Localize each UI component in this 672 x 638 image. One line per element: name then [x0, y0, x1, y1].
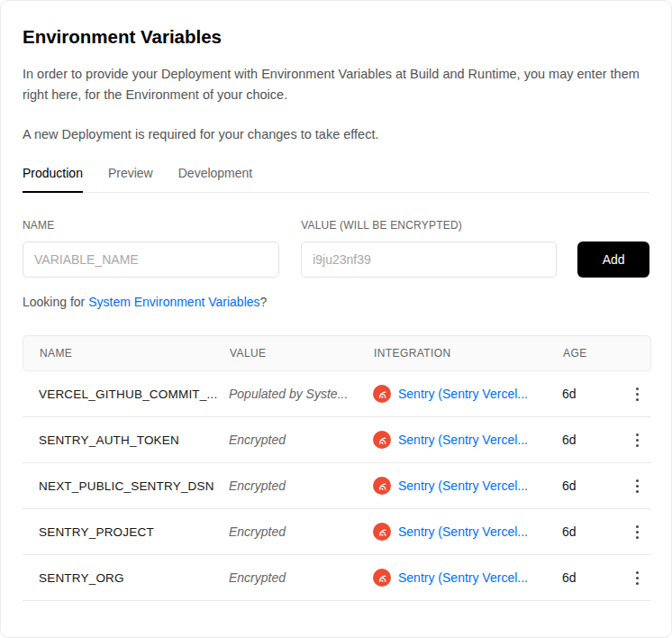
environment-tabs: Production Preview Development — [23, 166, 649, 193]
integration-link[interactable]: Sentry (Sentry Vercel... — [398, 433, 528, 447]
integration-link[interactable]: Sentry (Sentry Vercel... — [398, 387, 528, 401]
column-header-value: VALUE — [230, 347, 374, 360]
kebab-menu-icon[interactable] — [632, 522, 642, 542]
table-header-row: NAME VALUE INTEGRATION AGE — [23, 335, 651, 371]
integration-link[interactable]: Sentry (Sentry Vercel... — [398, 570, 528, 585]
name-field-label: NAME — [23, 219, 279, 232]
env-var-age: 6d — [562, 570, 622, 585]
env-var-name: NEXT_PUBLIC_SENTRY_DSN — [39, 479, 229, 493]
env-var-name: VERCEL_GITHUB_COMMIT_... — [39, 387, 229, 401]
env-var-name: SENTRY_PROJECT — [39, 525, 229, 539]
env-var-value: Encrypted — [229, 433, 373, 447]
description-text: In order to provide your Deployment with… — [23, 64, 649, 105]
env-var-value: Encrypted — [229, 478, 373, 493]
value-field-label: VALUE (WILL BE ENCRYPTED) — [301, 219, 557, 232]
variable-value-input[interactable] — [301, 242, 557, 278]
sentry-logo-icon — [373, 569, 391, 587]
environment-variables-panel: Environment Variables In order to provid… — [0, 0, 672, 638]
add-variable-form: NAME VALUE (WILL BE ENCRYPTED) Add — [23, 219, 649, 278]
env-variables-table: NAME VALUE INTEGRATION AGE VERCEL_GITHUB… — [23, 335, 651, 601]
sentry-logo-icon — [373, 523, 391, 541]
redeploy-note: A new Deployment is required for your ch… — [23, 124, 649, 145]
add-button[interactable]: Add — [577, 242, 649, 278]
integration-link[interactable]: Sentry (Sentry Vercel... — [398, 478, 528, 493]
sentry-logo-icon — [373, 477, 391, 495]
env-var-value: Encrypted — [229, 524, 373, 539]
tab-production[interactable]: Production — [23, 166, 83, 193]
column-header-integration: INTEGRATION — [374, 347, 563, 360]
env-var-name: SENTRY_ORG — [39, 571, 229, 585]
sentry-logo-icon — [373, 385, 391, 403]
kebab-menu-icon[interactable] — [632, 430, 642, 451]
column-header-name: NAME — [40, 347, 230, 360]
system-env-variables-link[interactable]: System Environment Variables — [88, 295, 259, 309]
kebab-menu-icon[interactable] — [632, 568, 642, 588]
table-row: VERCEL_GITHUB_COMMIT_... Populated by Sy… — [23, 371, 651, 417]
env-var-value: Encrypted — [229, 570, 373, 585]
table-row: SENTRY_ORG Encrypted Sentry (Sentry Verc… — [23, 555, 651, 601]
env-var-age: 6d — [562, 433, 622, 447]
variable-name-input[interactable] — [23, 242, 279, 278]
kebab-menu-icon[interactable] — [632, 476, 642, 497]
kebab-menu-icon[interactable] — [632, 384, 642, 405]
table-row: SENTRY_AUTH_TOKEN Encrypted Sentry (Sent… — [23, 417, 651, 463]
column-header-age: AGE — [563, 347, 623, 360]
hint-suffix: ? — [260, 295, 268, 309]
env-var-age: 6d — [562, 387, 622, 401]
sentry-logo-icon — [373, 431, 391, 449]
env-var-age: 6d — [562, 478, 622, 493]
table-row: NEXT_PUBLIC_SENTRY_DSN Encrypted Sentry … — [23, 463, 651, 509]
tab-development[interactable]: Development — [178, 166, 253, 193]
system-env-hint: Looking for System Environment Variables… — [23, 295, 649, 309]
page-title: Environment Variables — [23, 1, 649, 48]
tab-preview[interactable]: Preview — [108, 166, 153, 193]
env-var-name: SENTRY_AUTH_TOKEN — [39, 433, 229, 447]
env-var-value: Populated by Syste... — [229, 387, 373, 401]
table-row: SENTRY_PROJECT Encrypted Sentry (Sentry … — [23, 509, 651, 555]
env-var-age: 6d — [562, 524, 622, 539]
hint-prefix: Looking for — [23, 295, 88, 309]
integration-link[interactable]: Sentry (Sentry Vercel... — [398, 524, 528, 539]
